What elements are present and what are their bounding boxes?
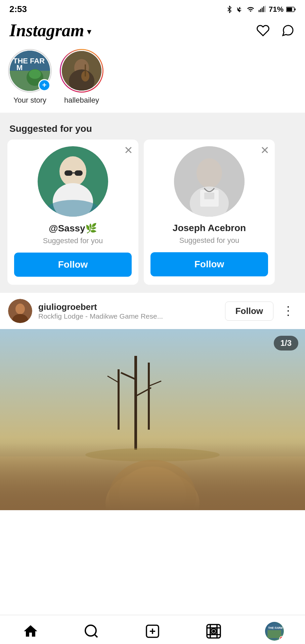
nav-add-button[interactable]: [139, 621, 166, 641]
sassy-subtitle: Suggested for you: [43, 236, 103, 245]
svg-point-44: [105, 470, 200, 510]
svg-rect-6: [287, 7, 292, 11]
wifi-icon: [246, 6, 255, 13]
svg-rect-38: [148, 363, 150, 430]
nav-reels-button[interactable]: [200, 621, 227, 641]
sassy-username: @Sassy🌿: [49, 223, 97, 234]
svg-rect-22: [64, 170, 73, 176]
mute-icon: [236, 6, 243, 13]
hallebailey-avatar-image: [62, 51, 101, 91]
hallebailey-avatar: [62, 51, 101, 91]
bluetooth-icon: [226, 6, 233, 13]
dismiss-sassy-button[interactable]: ✕: [124, 145, 133, 156]
chevron-down-icon[interactable]: ▾: [87, 26, 91, 37]
bottom-navigation: THE FARM: [0, 615, 305, 644]
svg-rect-7: [295, 8, 296, 10]
svg-text:M: M: [16, 63, 23, 72]
suggested-card-sassy: ✕ @Sassy🌿 Suggested for you Follow: [7, 140, 138, 285]
suggested-section: Suggested for you ✕ @Sassy🌿: [0, 117, 305, 293]
svg-rect-37: [118, 369, 120, 430]
post-image-svg: [0, 329, 305, 510]
nav-profile-avatar: THE FARM: [265, 622, 284, 641]
post-author-info: giuliogroebert Rockfig Lodge - Madikwe G…: [38, 302, 219, 320]
battery-percent: 71%: [269, 5, 284, 14]
post-author-avatar[interactable]: [8, 299, 32, 323]
status-time: 2:53: [9, 4, 27, 14]
giulio-avatar-image: [8, 299, 32, 323]
svg-rect-34: [0, 329, 305, 510]
your-story-avatar-wrap: THE FAR M +: [8, 49, 52, 93]
svg-point-51: [213, 630, 215, 632]
svg-text:THE FARM: THE FARM: [268, 626, 282, 630]
post-image: 1/3: [0, 329, 305, 510]
svg-point-43: [85, 448, 220, 462]
svg-rect-23: [75, 170, 83, 176]
sassy-avatar: [38, 146, 108, 217]
svg-rect-18: [85, 64, 86, 76]
svg-rect-4: [265, 6, 266, 12]
post-image-counter: 1/3: [274, 336, 298, 351]
suggested-cards-container: ✕ @Sassy🌿 Suggested for you Follow: [0, 140, 305, 285]
svg-rect-2: [262, 7, 263, 12]
status-icons: 71%: [226, 5, 296, 14]
post-author-name: giuliogroebert: [38, 302, 219, 312]
follow-joseph-button[interactable]: Follow: [150, 252, 268, 276]
svg-point-20: [59, 156, 86, 186]
bottom-spacer: [0, 510, 305, 571]
signal-icon: [258, 6, 266, 13]
add-story-button[interactable]: +: [38, 79, 50, 91]
svg-rect-35: [0, 457, 305, 510]
story-hallebailey[interactable]: hallebailey: [60, 49, 103, 105]
post-image-placeholder: [0, 329, 305, 510]
follow-sassy-button[interactable]: Follow: [14, 253, 132, 277]
nav-search-button[interactable]: [78, 621, 105, 641]
suggested-title: Suggested for you: [0, 123, 305, 140]
svg-rect-36: [134, 356, 137, 450]
joseph-avatar: [174, 146, 245, 217]
svg-rect-0: [259, 10, 260, 12]
svg-rect-24: [73, 172, 75, 173]
story-label-hallebailey: hallebailey: [64, 96, 99, 105]
nav-home-button[interactable]: [17, 621, 44, 641]
notifications-button[interactable]: [255, 23, 271, 38]
section-divider-1: [0, 113, 305, 117]
svg-point-46: [109, 460, 196, 510]
story-gradient-ring: [60, 49, 103, 93]
status-bar: 2:53 71%: [0, 0, 305, 17]
svg-rect-3: [263, 6, 264, 12]
post-more-button[interactable]: ⋮: [279, 304, 297, 318]
app-header: Instagram ▾: [0, 17, 305, 46]
svg-point-45: [119, 467, 186, 510]
joseph-username: Joseph Acebron: [173, 223, 246, 233]
sassy-avatar-image: [38, 146, 108, 217]
post-author-location: Rockfig Lodge - Madikwe Game Rese...: [38, 312, 219, 320]
svg-point-47: [85, 625, 96, 636]
header-actions: [255, 23, 296, 38]
svg-point-13: [29, 69, 41, 79]
messenger-button[interactable]: [280, 23, 296, 38]
nav-profile-button[interactable]: THE FARM: [261, 621, 288, 641]
battery-icon: [286, 6, 296, 12]
svg-point-32: [15, 304, 25, 314]
suggested-card-joseph: ✕ Joseph Acebron Suggested for you Follo…: [144, 140, 275, 285]
dismiss-joseph-button[interactable]: ✕: [260, 145, 269, 156]
instagram-logo: Instagram: [9, 20, 84, 40]
joseph-avatar-image: [174, 146, 245, 217]
profile-notification-dot: [279, 636, 284, 641]
hallebailey-avatar-wrap: [60, 49, 103, 93]
svg-rect-30: [204, 193, 214, 199]
your-story-label: Your story: [13, 96, 46, 105]
post-header: giuliogroebert Rockfig Lodge - Madikwe G…: [0, 293, 305, 329]
app-title-group[interactable]: Instagram ▾: [9, 20, 91, 40]
svg-point-27: [197, 158, 222, 188]
stories-section: THE FAR M + Your story: [0, 46, 305, 113]
svg-rect-1: [260, 9, 261, 12]
follow-giulio-button[interactable]: Follow: [225, 302, 273, 321]
your-story[interactable]: THE FAR M + Your story: [8, 49, 52, 105]
joseph-subtitle: Suggested for you: [179, 236, 239, 245]
